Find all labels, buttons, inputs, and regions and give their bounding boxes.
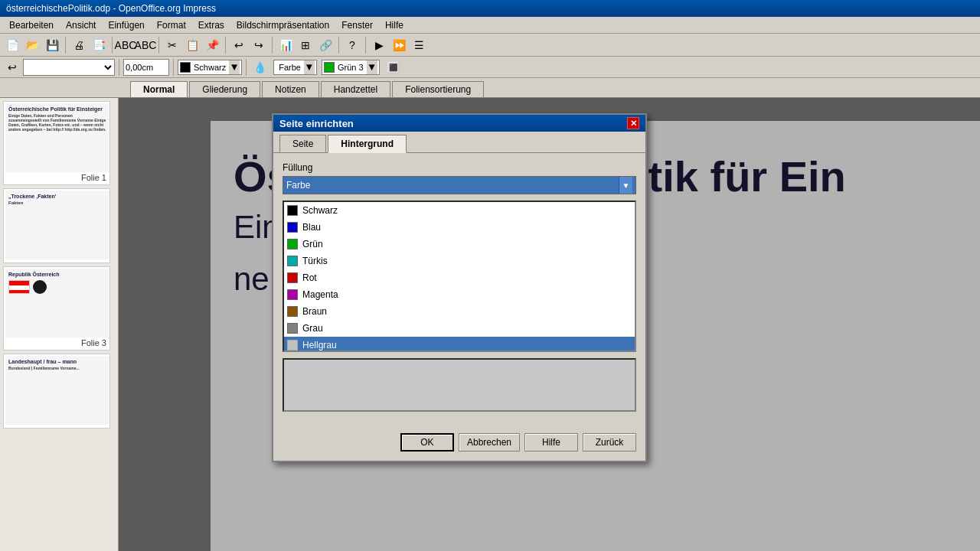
menu-bildschirm[interactable]: Bildschirmpräsentation [230,18,335,32]
link-button[interactable]: 🔗 [316,36,335,54]
menu-format[interactable]: Format [151,18,192,32]
color-name-grau: Grau [302,323,323,334]
style-select[interactable] [23,59,115,76]
color-item-grau[interactable]: Grau [284,320,635,337]
present2-button[interactable]: ⏩ [390,36,408,54]
tab-foliensortierung[interactable]: Foliensortierung [392,81,484,97]
color-name-magenta: Magenta [302,289,338,300]
slide-thumb-3[interactable]: Republik Österreich Folie 3 [3,266,110,350]
dropdown-arrow-icon[interactable]: ▼ [619,177,632,194]
color-item-blau[interactable]: Blau [284,219,635,236]
section-label: Füllung [283,162,636,173]
slide3-flags [8,280,106,294]
color-name-braun: Braun [302,306,327,317]
new-button[interactable]: 📄 [3,36,21,54]
sep-5 [272,37,273,54]
flag-stripe [9,285,29,290]
green-picker-wrapper: Grün 3 ▼ [322,60,380,75]
undo-button[interactable]: ↩ [230,36,248,54]
color-dropdown-btn[interactable]: ▼ [229,60,240,74]
green-dropdown-btn[interactable]: ▼ [367,60,377,74]
tab-handzettel[interactable]: Handzettel [321,81,390,97]
present3-button[interactable]: ☰ [410,36,428,54]
redo-button[interactable]: ↪ [250,36,268,54]
tab-gliederung[interactable]: Gliederung [189,81,260,97]
spell2-button[interactable]: ABC [136,36,155,54]
spell-button[interactable]: ABC [116,36,135,54]
slide-thumb-2[interactable]: „Trockene ‚Fakten' Fakten [3,188,110,263]
arrow-button[interactable]: ↩ [3,58,21,77]
slide-thumb-1[interactable]: Österreichische Politik für Einsteiger E… [3,101,110,185]
color-item-hellgrau[interactable]: Hellgrau [284,337,635,352]
menu-fenster[interactable]: Fenster [335,18,379,32]
color-item-gruen[interactable]: Grün [284,236,635,253]
open-button[interactable]: 📂 [23,36,41,54]
dialog-tab-bar: Seite Hintergrund [273,132,645,153]
color-swatch-black [180,62,191,73]
title-text: österreichischePolitik.odp - OpenOffice.… [6,3,216,14]
swatch-rot [287,272,298,283]
swatch-magenta [287,289,298,300]
slide2-body: Fakten [8,201,106,205]
help-button[interactable]: ? [343,36,361,54]
slide4-title: Landeshaupt / frau – mann [8,359,106,364]
line-dropdown-btn[interactable]: ▼ [304,60,315,74]
slide-thumb-4[interactable]: Landeshaupt / frau – mann Bundesland | F… [3,354,110,429]
dialog-title-bar: Seite einrichten ✕ [273,115,645,132]
main-area: Österreichische Politik für Einsteiger E… [0,98,980,551]
paste-button[interactable]: 📌 [203,36,221,54]
dialog-tab-seite[interactable]: Seite [279,135,326,152]
cut-button[interactable]: ✂ [163,36,181,54]
slide-thumb-img-1: Österreichische Politik für Einsteiger E… [5,103,109,172]
cancel-button[interactable]: Abbrechen [459,433,520,452]
toolbar-1: 📄 📂 💾 🖨 📑 ABC ABC ✂ 📋 📌 ↩ ↪ 📊 ⊞ 🔗 ? ▶ ⏩ … [0,34,980,57]
menu-bar: Bearbeiten Ansicht Einfügen Format Extra… [0,17,980,34]
view-tab-bar: Normal Gliederung Notizen Handzettel Fol… [0,78,980,98]
dropdown-value: Farbe [286,180,310,191]
dialog-body: Füllung Farbe ▼ Schwarz [273,153,645,430]
color-item-magenta[interactable]: Magenta [284,286,635,303]
presentation-button[interactable]: ▶ [370,36,388,54]
tab-notizen[interactable]: Notizen [262,81,319,97]
color-item-tuerkis[interactable]: Türkis [284,253,635,269]
sep-10 [246,59,247,76]
tab-normal[interactable]: Normal [130,81,188,97]
dialog-close-button[interactable]: ✕ [627,117,639,129]
slide2-title: „Trockene ‚Fakten' [8,194,106,199]
title-bar: österreichischePolitik.odp - OpenOffice.… [0,0,980,17]
eagle-emblem [33,280,47,294]
menu-hilfe[interactable]: Hilfe [379,18,410,32]
slide1-content: Österreichische Politik für Einsteiger E… [5,103,109,135]
ok-button[interactable]: OK [400,433,454,452]
shadow-button[interactable]: 🔳 [384,58,403,77]
print-button[interactable]: 🖨 [70,36,88,54]
line-label: Farbe [276,63,304,72]
color-item-braun[interactable]: Braun [284,303,635,320]
table-button[interactable]: ⊞ [296,36,315,54]
chart-button[interactable]: 📊 [276,36,295,54]
slide-canvas-area: Österreichische Politik für Ein Einige p… [119,98,980,551]
save-button[interactable]: 💾 [43,36,61,54]
menu-einfuegen[interactable]: Einfügen [102,18,150,32]
slide1-title: Österreichische Politik für Einsteiger [8,106,106,112]
sep-6 [338,37,339,54]
swatch-hellgrau [287,340,298,350]
help-button[interactable]: Hilfe [524,433,578,452]
color-item-schwarz[interactable]: Schwarz [284,202,635,219]
copy-button[interactable]: 📋 [183,36,201,54]
pdf-button[interactable]: 📑 [90,36,108,54]
slide1-label: Folie 1 [5,172,108,183]
back-button[interactable]: Zurück [583,433,636,452]
slide4-body: Bundesland | Familienname Vorname... [8,366,106,370]
filling-dropdown[interactable]: Farbe ▼ [283,176,636,194]
menu-extras[interactable]: Extras [192,18,230,32]
menu-bearbeiten[interactable]: Bearbeiten [3,18,60,32]
dialog-tab-hintergrund[interactable]: Hintergrund [328,135,407,153]
eyedropper-button[interactable]: 💧 [250,58,269,77]
swatch-grau [287,323,298,334]
color-name-tuerkis: Türkis [302,256,328,266]
color-list[interactable]: Schwarz Blau Grün Türkis [283,201,636,352]
color-item-rot[interactable]: Rot [284,269,635,286]
menu-ansicht[interactable]: Ansicht [60,18,102,32]
size-input[interactable] [123,59,169,76]
